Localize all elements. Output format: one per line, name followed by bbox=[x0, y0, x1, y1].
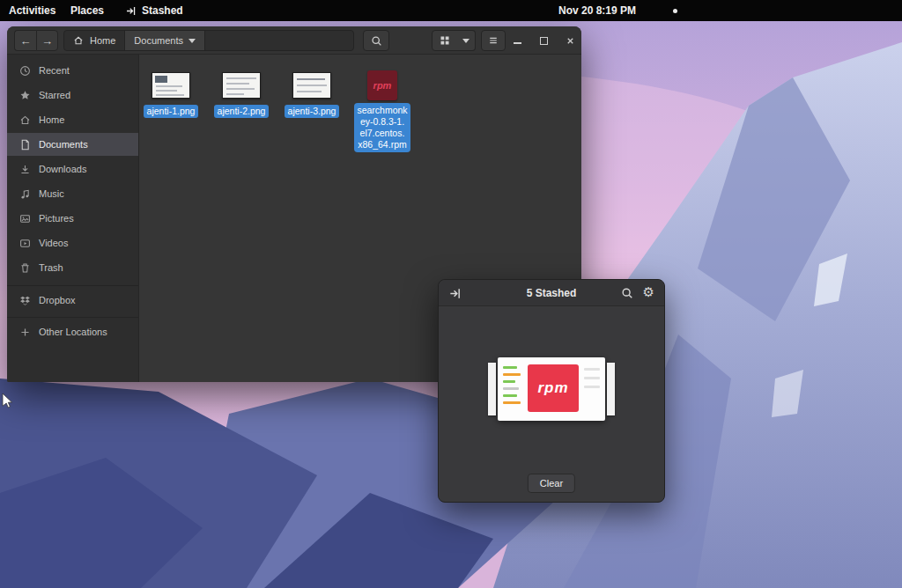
maximize-icon bbox=[540, 37, 548, 45]
sidebar-label: Recent bbox=[39, 65, 70, 76]
music-icon bbox=[19, 188, 31, 200]
file-name: searchmonk ey-0.8.3-1. el7.centos. x86_6… bbox=[354, 103, 410, 152]
path-home-label: Home bbox=[90, 35, 115, 46]
trash-icon bbox=[19, 262, 31, 274]
view-options-button[interactable] bbox=[457, 30, 476, 51]
close-icon bbox=[566, 36, 575, 46]
sidebar-item-downloads[interactable]: Downloads bbox=[7, 158, 138, 180]
stashed-popup-header: 5 Stashed ⚙ bbox=[439, 280, 664, 306]
status-dot bbox=[673, 9, 677, 13]
star-icon bbox=[19, 90, 31, 101]
clock[interactable]: Nov 20 8:19 PM bbox=[558, 0, 636, 21]
rpm-package-icon: rpm bbox=[367, 70, 397, 100]
path-home-button[interactable]: Home bbox=[64, 31, 125, 50]
file-thumbnail bbox=[152, 72, 190, 99]
view-grid-button[interactable] bbox=[432, 30, 458, 51]
rpm-logo: rpm bbox=[528, 364, 579, 412]
forward-button[interactable]: → bbox=[36, 30, 58, 51]
nav-button-group: ← → bbox=[14, 30, 58, 51]
files-headerbar: ← → Home Documents bbox=[7, 26, 581, 55]
places-menu[interactable]: Places bbox=[70, 0, 104, 21]
clear-button[interactable]: Clear bbox=[528, 474, 575, 493]
top-bar: Activities Places Stashed Nov 20 8:19 PM bbox=[0, 0, 902, 21]
home-icon bbox=[19, 114, 31, 126]
grid-view-icon bbox=[440, 35, 450, 46]
download-icon bbox=[19, 164, 31, 175]
desktop: ← → Home Documents bbox=[0, 0, 902, 588]
sidebar-label: Documents bbox=[39, 139, 88, 150]
window-menu-button[interactable] bbox=[481, 30, 506, 51]
gear-icon[interactable]: ⚙ bbox=[643, 284, 654, 300]
sidebar-label: Music bbox=[39, 188, 64, 199]
sidebar-label: Home bbox=[39, 114, 64, 125]
stashed-popup: 5 Stashed ⚙ rpm Clear bbox=[438, 279, 665, 503]
files-sidebar: Recent Starred Home Documents Downloads … bbox=[7, 55, 139, 382]
search-icon bbox=[371, 35, 382, 47]
sidebar-item-pictures[interactable]: Pictures bbox=[7, 207, 138, 230]
sidebar-item-recent[interactable]: Recent bbox=[7, 59, 138, 82]
file-item-ajenti-1[interactable]: ajenti-1.png bbox=[139, 72, 203, 118]
back-button[interactable]: ← bbox=[14, 30, 36, 51]
file-name: ajenti-1.png bbox=[144, 105, 199, 118]
stash-tray-icon bbox=[125, 5, 137, 17]
sidebar-label: Videos bbox=[39, 238, 68, 248]
home-icon bbox=[73, 35, 85, 47]
search-icon[interactable] bbox=[621, 287, 634, 300]
minimize-icon bbox=[514, 42, 521, 44]
file-name: ajenti-3.png bbox=[285, 105, 340, 118]
sidebar-separator bbox=[7, 285, 138, 286]
sidebar-label: Starred bbox=[39, 90, 70, 100]
sidebar-item-music[interactable]: Music bbox=[7, 182, 138, 205]
dropbox-icon bbox=[19, 295, 31, 306]
file-thumbnail bbox=[292, 72, 331, 99]
sidebar-separator bbox=[7, 317, 138, 318]
mouse-cursor bbox=[2, 393, 16, 408]
image-icon bbox=[19, 213, 31, 224]
maximize-button[interactable] bbox=[534, 32, 553, 49]
sidebar-item-videos[interactable]: Videos bbox=[7, 232, 138, 254]
stashed-thumbnail[interactable]: rpm bbox=[498, 357, 605, 421]
sidebar-label: Dropbox bbox=[39, 295, 76, 305]
sidebar-label: Downloads bbox=[39, 164, 86, 174]
video-icon bbox=[19, 238, 31, 249]
sidebar-item-other-locations[interactable]: Other Locations bbox=[7, 320, 138, 343]
recent-icon bbox=[19, 65, 31, 77]
sidebar-label: Trash bbox=[39, 262, 63, 273]
path-documents-button[interactable]: Documents bbox=[125, 31, 205, 50]
sidebar-label: Other Locations bbox=[39, 327, 107, 337]
chevron-down-icon bbox=[189, 39, 196, 43]
search-button[interactable] bbox=[363, 30, 389, 51]
hamburger-menu-icon bbox=[488, 35, 499, 46]
sidebar-item-starred[interactable]: Starred bbox=[7, 84, 138, 107]
file-thumbnail bbox=[222, 72, 261, 99]
file-item-searchmonkey-rpm[interactable]: rpm searchmonk ey-0.8.3-1. el7.centos. x… bbox=[351, 70, 414, 152]
sidebar-label: Pictures bbox=[39, 213, 74, 224]
activities-button[interactable]: Activities bbox=[9, 0, 55, 21]
close-button[interactable] bbox=[560, 32, 580, 49]
document-icon bbox=[19, 139, 31, 151]
minimize-button[interactable] bbox=[507, 32, 527, 49]
stashed-thumbnail-edge bbox=[488, 363, 496, 415]
file-name: ajenti-2.png bbox=[214, 105, 270, 118]
stashed-thumbnail-edge bbox=[607, 363, 615, 415]
sidebar-item-dropbox[interactable]: Dropbox bbox=[7, 289, 138, 312]
sidebar-item-trash[interactable]: Trash bbox=[7, 256, 138, 279]
file-item-ajenti-2[interactable]: ajenti-2.png bbox=[210, 72, 273, 118]
plus-icon bbox=[19, 327, 31, 338]
path-documents-label: Documents bbox=[134, 35, 183, 46]
path-bar: Home Documents bbox=[63, 30, 354, 51]
file-item-ajenti-3[interactable]: ajenti-3.png bbox=[280, 72, 344, 118]
sidebar-item-home[interactable]: Home bbox=[7, 108, 138, 131]
sidebar-item-documents[interactable]: Documents bbox=[7, 133, 138, 156]
chevron-down-icon bbox=[462, 39, 469, 43]
stashed-indicator[interactable]: Stashed bbox=[125, 0, 183, 21]
